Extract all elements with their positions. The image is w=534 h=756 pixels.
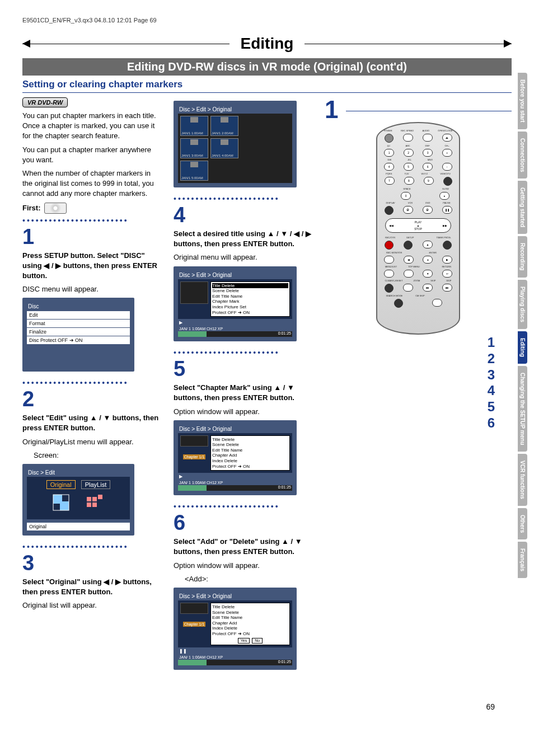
add-label: <Add>: [174, 574, 313, 584]
step-4-head: Select a desired title using ▲ / ▼ / ◀ /… [174, 229, 313, 249]
add-menu: Disc > Edit > Original Chapter 1/1 Title… [174, 588, 297, 670]
dots: •••••••••••••••••••••••• [174, 348, 313, 357]
vr-badge: VR DVD-RW [22, 97, 68, 107]
submenu-item: Scene Delete [212, 442, 288, 448]
dots: •••••••••••••••••••••••• [174, 194, 313, 203]
yes-btn: Yes [238, 638, 250, 644]
first-label: First: [22, 204, 41, 212]
thumb: JAN/1 2:00AM [210, 116, 238, 136]
sidebar-tabs: Before you start Connections Getting sta… [518, 73, 527, 578]
status: JAN/ 1 1:00AM CH12 XP [178, 326, 292, 331]
step-4-sub: Original menu will appear. [174, 252, 313, 262]
step-1-head: Press SETUP button. Select "DISC" using … [22, 251, 162, 281]
step-list-right: 1 2 3 4 5 6 [325, 335, 512, 431]
section-title: Setting or clearing chapter markers [22, 79, 512, 90]
submenu-item: Chapter Mark [212, 299, 288, 304]
tab-connections: Connections [518, 132, 527, 179]
step-2-num: 2 [22, 388, 162, 410]
step-5-head: Select "Chapter Mark" using ▲ / ▼ button… [174, 383, 313, 403]
submenu-item: Title Delete [212, 604, 288, 610]
step-5-sub: Option window will appear. [174, 407, 313, 417]
chapter-menu: Disc > Edit > Original Chapter 1/1 Title… [174, 420, 297, 496]
status: JAN/ 1 1:00AM CH12 XP [178, 655, 292, 660]
thumb: JAN/1 5:00AM [180, 161, 208, 181]
progress: 0:01:25 [178, 331, 292, 337]
step-1-sub: DISC menu will appear. [22, 284, 162, 294]
tab-setup: Changing the SETUP menu [518, 366, 527, 452]
thumb: JAN/1 4:00AM [210, 138, 238, 158]
intro-3: When the number of chapter markers in th… [22, 168, 162, 199]
original-label: Original [46, 480, 76, 489]
thumb: JAN/1 3:00AM [180, 138, 208, 158]
submenu-item: Title Delete [212, 283, 288, 289]
submenu-item: Protect OFF ➔ ON [212, 464, 288, 469]
chapter-breadcrumb: Disc > Edit > Original [178, 425, 292, 433]
grid-breadcrumb: Disc > Edit > Original [178, 105, 292, 114]
step-4-num: 4 [174, 204, 313, 226]
step-5-num: 5 [174, 358, 313, 379]
edit-breadcrumb: Disc > Edit [27, 468, 130, 477]
dots: •••••••••••••••••••••••• [22, 378, 162, 387]
tab-recording: Recording [518, 236, 527, 277]
submenu-item: Edit Title Name [212, 615, 288, 621]
disc-menu-item: Disc Protect OFF ➔ ON [27, 336, 130, 344]
dots: •••••••••••••••••••••••• [174, 502, 313, 511]
thumb-grid: Disc > Edit > Original JAN/1 1:00AM JAN/… [174, 101, 297, 187]
intro-2: You can put a chapter marker anywhere yo… [22, 145, 162, 165]
tab-editing: Editing [518, 331, 527, 364]
submenu-item: Protect OFF ➔ ON [212, 631, 288, 637]
tab-playing: Playing discs [518, 280, 527, 329]
step-2-sub: Original/PlayList menu will appear. [22, 437, 162, 447]
submenu-item: Chapter Add [212, 621, 288, 626]
submenu-item: Title Delete [212, 437, 288, 443]
disc-menu-item: Finalize [27, 328, 130, 336]
submenu-item: Protect OFF ➔ ON [212, 310, 288, 316]
preview-thumb [180, 281, 208, 304]
step-6-head: Select "Add" or "Delete" using ▲ / ▼ but… [174, 537, 313, 557]
submenu-item: Scene Delete [212, 610, 288, 616]
dots: •••••••••••••••••••••••• [22, 542, 162, 551]
page-number: 69 [486, 702, 495, 711]
progress: 0:01:25 [178, 485, 292, 491]
submenu-item: Edit Title Name [212, 294, 288, 299]
step-6-sub: Option window will appear. [174, 561, 313, 571]
submenu-item: Index Delete [212, 458, 288, 464]
add-breadcrumb: Disc > Edit > Original [178, 592, 292, 600]
screen-label: Screen: [22, 450, 162, 461]
playlist-icon [85, 491, 107, 514]
remote-control: POWERREC SPEEDAUDIOOPEN/CLOSE ⏏ @/.ABCDE… [376, 122, 460, 335]
step-3-num: 3 [22, 552, 162, 574]
disc-menu-title: Disc [27, 302, 130, 311]
big-step-1: 1 [325, 97, 338, 122]
step-1-num: 1 [22, 226, 162, 247]
subtitle-bar: Editing DVD-RW discs in VR mode (Origina… [22, 58, 512, 76]
playlist-label: PlayList [81, 480, 111, 489]
title-banner: Editing [22, 35, 512, 53]
disc-menu-item: Edit [27, 311, 130, 319]
tab-before: Before you start [518, 73, 527, 129]
step-3-head: Select "Original" using ◀ / ▶ buttons, t… [22, 577, 162, 597]
edit-footer: Original [27, 523, 130, 530]
preview-thumb [180, 435, 208, 447]
chapter-badge: Chapter 1/1 [183, 622, 206, 627]
submenu-item: Edit Title Name [212, 448, 288, 453]
dvd-disc-icon [44, 203, 67, 214]
disc-menu: Disc Edit Format Finalize Disc Protect O… [22, 298, 134, 372]
disc-menu-item: Format [27, 320, 130, 327]
svg-rect-6 [87, 503, 91, 507]
svg-rect-3 [87, 497, 91, 501]
submenu-item: Chapter Add [212, 453, 288, 458]
svg-rect-7 [92, 503, 97, 507]
title-menu: Disc > Edit > Original Title Delete Scen… [174, 266, 297, 342]
tab-getting-started: Getting started [518, 181, 527, 234]
progress: 0:01:25 [178, 660, 292, 665]
intro-1: You can put chapter markers in each titl… [22, 111, 162, 142]
thumb: JAN/1 1:00AM [180, 116, 208, 136]
original-icon [50, 491, 72, 514]
tab-vcr: VCR functions [518, 454, 527, 506]
edit-menu: Disc > Edit Original PlayList Original [22, 464, 134, 536]
step-3-sub: Original list will appear. [22, 600, 162, 611]
svg-rect-1 [60, 501, 69, 510]
tab-others: Others [518, 508, 527, 539]
svg-rect-4 [92, 497, 97, 501]
